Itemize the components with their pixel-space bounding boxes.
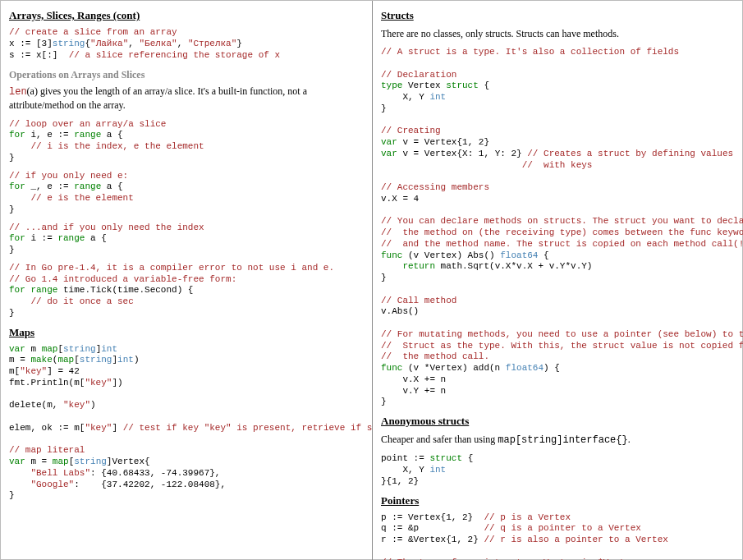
code-text: ]) xyxy=(112,378,122,388)
type: float64 xyxy=(500,250,538,260)
comment: // p is a Vertex xyxy=(484,512,571,522)
heading-structs: Structs xyxy=(381,9,736,22)
code-text: delete(m, xyxy=(9,400,63,410)
code-text: X, Y xyxy=(381,465,429,475)
code-text: }{1, 2} xyxy=(381,476,419,486)
string: "key" xyxy=(63,400,90,410)
keyword: range xyxy=(74,130,101,140)
keyword: for xyxy=(9,130,25,140)
anon-code: map[string]interface{} xyxy=(498,434,627,446)
comment: // create a slice from an array xyxy=(9,27,177,37)
comment: // The type of a pointer to a Vertex is … xyxy=(381,558,635,560)
keyword: map xyxy=(42,344,58,354)
heading-maps: Maps xyxy=(9,326,364,339)
code-text: Vertex xyxy=(402,80,446,90)
code-text: , xyxy=(128,39,139,48)
code-array-slice: // create a slice from an array x := [3]… xyxy=(9,27,364,61)
keyword: struct xyxy=(429,453,462,463)
keyword: var xyxy=(381,137,397,147)
comment: // a slice referencing the storage of x xyxy=(69,50,280,60)
code-text: } xyxy=(381,103,387,113)
code-text: _, e := xyxy=(25,181,74,191)
comment: // Struct as the type. With this, the st… xyxy=(381,341,743,351)
code-text: X, Y xyxy=(381,92,429,102)
string: "Стрелка" xyxy=(188,39,236,48)
type: float64 xyxy=(506,363,543,373)
type: string xyxy=(80,355,112,365)
comment: // i is the index, e the element xyxy=(9,141,204,151)
code-pointers: p := Vertex{1, 2} // p is a Vertex q := … xyxy=(381,512,736,560)
code-loop-2: // if you only need e: for _, e := range… xyxy=(9,171,364,216)
comment: // and the method name. The struct is co… xyxy=(381,239,743,249)
len-func: len xyxy=(9,86,27,98)
comment: // A struct is a type. It's also a colle… xyxy=(381,47,679,57)
code-text: fmt.Println(m[ xyxy=(9,378,85,388)
string: "key" xyxy=(20,366,47,376)
cheatsheet-page: Arrays, Slices, Ranges (cont) // create … xyxy=(0,0,743,560)
keyword: var xyxy=(9,457,25,466)
string: "Bell Labs" xyxy=(9,468,90,478)
code-loop-3: // ...and if you only need the index for… xyxy=(9,223,364,256)
code-text: ]Vertex{ xyxy=(107,457,150,466)
keyword: func xyxy=(381,363,402,373)
comment: // Creating xyxy=(381,126,441,135)
code-maps: var m map[string]int m = make(map[string… xyxy=(9,344,364,503)
type: int xyxy=(429,465,446,475)
builtin: make xyxy=(30,355,52,365)
code-text: ) xyxy=(134,355,140,365)
code-text: } xyxy=(9,204,15,214)
keyword: func xyxy=(381,250,402,260)
code-text: i := xyxy=(25,233,58,243)
comment: // the method call. xyxy=(381,351,489,361)
comment: // For mutating methods, you need to use… xyxy=(381,329,743,339)
structs-paragraph: There are no classes, only structs. Stru… xyxy=(381,27,736,40)
string: "key" xyxy=(85,423,112,433)
keyword: type xyxy=(381,80,402,90)
type: string xyxy=(63,344,96,354)
keyword: map xyxy=(57,355,74,365)
code-text: m[ xyxy=(9,366,20,376)
code-text: m xyxy=(25,344,42,354)
type: int xyxy=(117,355,134,365)
code-text: } xyxy=(9,153,15,163)
type: string xyxy=(53,39,85,48)
keyword: var xyxy=(381,149,397,158)
code-text: { xyxy=(538,250,548,260)
comment: // Declaration xyxy=(381,70,456,80)
code-text: v = Vertex{1, 2} xyxy=(397,137,489,147)
anon-text-a: Cheaper and safer than using xyxy=(381,434,498,445)
keyword: range xyxy=(57,233,85,243)
keyword: return xyxy=(381,261,435,271)
code-text: } xyxy=(9,245,15,255)
code-text: , xyxy=(177,39,188,48)
code-text: v.Y += n xyxy=(381,386,446,396)
string: "Лайка" xyxy=(90,39,128,48)
code-text: m = xyxy=(9,355,30,365)
comment: // the method on (the receiving type) co… xyxy=(381,227,743,237)
anon-paragraph: Cheaper and safer than using map[string]… xyxy=(381,433,736,447)
comment: // r is also a pointer to a Vertex xyxy=(484,535,667,544)
string: "Google" xyxy=(9,480,74,489)
comment: // map literal xyxy=(9,445,85,455)
code-text: v.X = 4 xyxy=(381,194,419,204)
code-text: s := x[:] xyxy=(9,50,69,60)
code-text: time.Tick(time.Second) { xyxy=(57,285,193,295)
code-text: } xyxy=(9,308,15,318)
code-text: a { xyxy=(85,233,106,243)
code-text: } xyxy=(381,273,387,282)
string: "key" xyxy=(85,378,112,388)
string: "Белка" xyxy=(139,39,177,48)
code-text: point := xyxy=(381,453,429,463)
code-text: (v Vertex) Abs() xyxy=(402,250,500,260)
comment: // You can declare methods on structs. T… xyxy=(381,216,743,226)
code-text: r := &Vertex{1, 2} xyxy=(381,535,484,544)
ops-paragraph: len(a) gives you the length of an array/… xyxy=(9,85,364,112)
code-text: [ xyxy=(74,355,80,365)
heading-pointers: Pointers xyxy=(381,494,736,507)
heading-anon-structs: Anonymous structs xyxy=(381,415,736,428)
keyword: range xyxy=(74,181,101,191)
code-text: ) xyxy=(90,400,96,410)
code-text: { xyxy=(462,453,473,463)
comment: // e is the element xyxy=(9,193,134,203)
type: int xyxy=(101,344,117,354)
